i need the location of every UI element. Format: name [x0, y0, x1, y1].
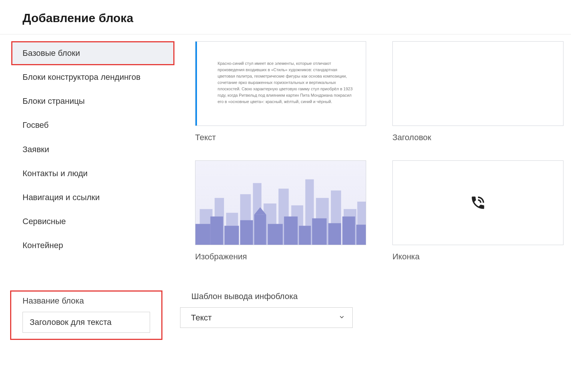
form-group-block-name: Название блока	[11, 292, 161, 339]
svg-rect-17	[254, 215, 266, 245]
card-label: Заголовок	[392, 133, 563, 142]
card-preview-icon	[392, 160, 563, 245]
svg-rect-23	[328, 223, 341, 245]
template-label: Шаблон вывода инфоблока	[180, 292, 353, 301]
svg-rect-21	[299, 226, 311, 245]
sidebar-item-basic-blocks[interactable]: Базовые блоки	[11, 41, 174, 65]
sidebar: Базовые блоки Блоки конструктора лендинг…	[0, 41, 174, 262]
svg-rect-16	[240, 220, 253, 245]
sidebar-item-applications[interactable]: Заявки	[11, 138, 174, 162]
phone-in-talk-icon	[470, 195, 486, 211]
card-preview-image	[195, 160, 366, 245]
sidebar-item-navigation[interactable]: Навигация и ссылки	[11, 186, 174, 209]
sidebar-item-label: Контакты и люди	[23, 169, 88, 178]
sidebar-item-container[interactable]: Контейнер	[11, 233, 174, 257]
form-row: Название блока Шаблон вывода инфоблока Т…	[0, 262, 571, 354]
svg-rect-22	[312, 218, 327, 245]
card-heading[interactable]: Заголовок	[392, 41, 563, 142]
svg-rect-25	[356, 224, 366, 245]
content-grid: Красно-синий стул имеет все элементы, ко…	[174, 41, 571, 262]
block-name-input[interactable]	[23, 312, 150, 333]
svg-rect-20	[284, 217, 298, 245]
form-group-template: Шаблон вывода инфоблока Текст	[180, 292, 353, 328]
sidebar-item-contacts[interactable]: Контакты и люди	[11, 162, 174, 186]
text-preview-sample: Красно-синий стул имеет все элементы, ко…	[195, 42, 366, 126]
sidebar-item-label: Блоки страницы	[23, 96, 85, 106]
svg-rect-13	[195, 224, 210, 245]
city-skyline-icon	[195, 161, 366, 245]
sidebar-item-label: Навигация и ссылки	[23, 193, 100, 202]
svg-rect-19	[268, 224, 283, 245]
sidebar-item-page-blocks[interactable]: Блоки страницы	[11, 89, 174, 113]
sidebar-item-label: Базовые блоки	[23, 48, 80, 58]
sidebar-item-label: Госвеб	[23, 120, 49, 130]
template-select[interactable]: Текст	[180, 307, 353, 328]
svg-rect-24	[343, 217, 355, 245]
sidebar-item-service[interactable]: Сервисные	[11, 209, 174, 233]
card-preview-heading	[392, 41, 563, 126]
card-text[interactable]: Красно-синий стул имеет все элементы, ко…	[195, 41, 366, 142]
sidebar-item-label: Заявки	[23, 145, 49, 154]
svg-rect-14	[210, 217, 223, 245]
main-row: Базовые блоки Блоки конструктора лендинг…	[0, 34, 571, 262]
block-name-label: Название блока	[23, 296, 150, 306]
page-title: Добавление блока	[0, 11, 571, 34]
template-select-wrap: Текст	[180, 307, 353, 328]
card-label: Текст	[195, 133, 366, 142]
sidebar-item-label: Сервисные	[23, 217, 66, 226]
svg-rect-15	[224, 226, 239, 245]
card-label: Иконка	[392, 252, 563, 262]
sidebar-item-gosweb[interactable]: Госвеб	[11, 113, 174, 137]
card-icon[interactable]: Иконка	[392, 160, 563, 262]
sidebar-item-label: Блоки конструктора лендингов	[23, 72, 140, 82]
card-preview-text: Красно-синий стул имеет все элементы, ко…	[195, 41, 366, 126]
card-image[interactable]: Изображения	[195, 160, 366, 262]
sidebar-item-label: Контейнер	[23, 241, 63, 250]
sidebar-item-landing-constructor[interactable]: Блоки конструктора лендингов	[11, 65, 174, 89]
card-label: Изображения	[195, 252, 366, 262]
